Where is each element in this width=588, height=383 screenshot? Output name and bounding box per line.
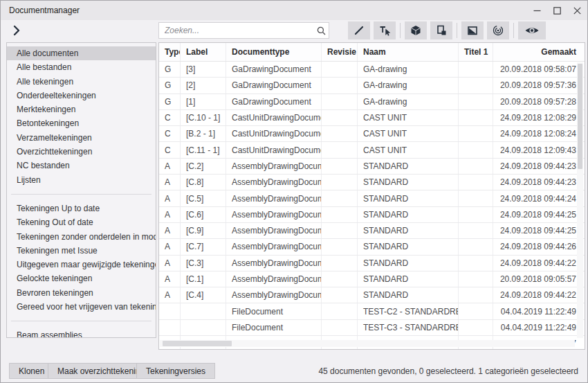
vertical-scrollbar[interactable] xyxy=(577,62,583,338)
table-cell xyxy=(159,303,181,319)
table-cell xyxy=(322,256,358,271)
table-cell: [C.3] xyxy=(181,256,226,271)
sidebar-item[interactable]: Onderdeeltekeningen xyxy=(7,89,156,103)
table-cell xyxy=(459,256,493,271)
table-cell: [C.4] xyxy=(181,287,226,303)
table-row[interactable]: A[C.7]AssemblyDrawingDocumentSTANDARD24.… xyxy=(159,239,585,255)
table-cell: STANDARD xyxy=(358,223,459,238)
maximize-button[interactable] xyxy=(547,1,567,20)
radar-button[interactable] xyxy=(487,21,509,39)
sidebar-item[interactable]: Overzichttekeningen xyxy=(7,145,156,159)
table-row[interactable]: A[C.9]AssemblyDrawingDocumentSTANDARD24.… xyxy=(159,223,585,239)
table-row[interactable]: FileDocumentTEST-C3 - STANDARDREVD.dwg04… xyxy=(159,320,585,336)
table-row[interactable]: A[C.8]AssemblyDrawingDocumentSTANDARD24.… xyxy=(159,175,585,190)
table-cell: 24.09.2018 09:44:26 xyxy=(493,239,585,254)
column-header-label: Type xyxy=(165,47,181,57)
select-cursor-button[interactable] xyxy=(374,21,396,39)
snapshot-icon xyxy=(466,24,479,37)
table-row[interactable]: G[2]GaDrawingDocumentGA-drawing20.09.201… xyxy=(159,78,585,93)
sidebar-item[interactable]: Betontekeningen xyxy=(7,116,156,130)
chevron-right-icon[interactable] xyxy=(10,24,24,37)
drawing-versions-button[interactable]: Tekeningversies xyxy=(136,363,215,379)
table-cell: G xyxy=(159,94,181,109)
table-row[interactable]: A[C.5]AssemblyDrawingDocumentSTANDARD24.… xyxy=(159,190,585,206)
table-cell: [C.5] xyxy=(181,190,226,206)
table-cell: A xyxy=(159,175,181,190)
table-row[interactable]: C[B.2 - 1]CastUnitDrawingDocumentCAST UN… xyxy=(159,126,585,142)
table-row[interactable]: A[C.3]AssemblyDrawingDocumentSTANDARD24.… xyxy=(159,256,585,271)
table-cell: CastUnitDrawingDocument xyxy=(226,126,322,141)
sidebar-item[interactable]: Lijsten xyxy=(7,173,156,187)
snapshot-button[interactable] xyxy=(461,21,484,39)
table-cell: 24.09.2018 12:08:29 xyxy=(493,110,585,125)
table-cell: G xyxy=(159,62,181,77)
sidebar-item[interactable]: Alle bestanden xyxy=(7,60,156,74)
sidebar-item[interactable]: Merktekeningen xyxy=(7,103,156,116)
sidebar-item[interactable]: Tekening Out of date xyxy=(7,215,156,229)
table-cell: [3] xyxy=(181,62,226,77)
search-input[interactable] xyxy=(159,26,313,35)
close-button[interactable] xyxy=(567,1,587,20)
sidebar-item[interactable]: Gelockte tekeningen xyxy=(7,271,156,285)
table-row[interactable]: A[C.6]AssemblyDrawingDocumentSTANDARD24.… xyxy=(159,207,585,223)
column-header[interactable]: Documenttype xyxy=(226,43,322,61)
table-cell: [C.9] xyxy=(181,223,226,238)
column-header[interactable]: Gemaakt xyxy=(493,43,585,61)
pencil-button[interactable] xyxy=(348,21,370,39)
table-cell: FileDocument xyxy=(226,303,322,319)
sidebar-item[interactable]: Alle tekeningen xyxy=(7,75,156,89)
column-header[interactable]: Revisie xyxy=(322,43,358,61)
sidebar-item[interactable]: Uitgegeven maar gewijzigde tekeningen xyxy=(7,258,156,271)
sidebar-item[interactable]: Tekeningen met Issue xyxy=(7,244,156,258)
sidebar-item[interactable]: Tekeningen Up to date xyxy=(7,202,156,215)
table-row[interactable]: C[C.11 - 1]CastUnitDrawingDocumentCAST U… xyxy=(159,142,585,158)
table-cell: STANDARD xyxy=(358,239,459,254)
table-cell xyxy=(181,303,226,319)
sidebar-item[interactable]: Verzameltekeningen xyxy=(7,131,156,145)
sidebar-item[interactable]: Bevroren tekeningen xyxy=(7,286,156,300)
table-cell: C xyxy=(159,110,181,125)
sidebar-item[interactable]: NC bestanden xyxy=(7,159,156,172)
column-header[interactable]: Type▼ xyxy=(159,43,181,61)
horizontal-scrollbar-thumb[interactable] xyxy=(163,341,232,346)
column-header[interactable]: Label xyxy=(181,43,226,61)
table-cell xyxy=(459,126,493,141)
table-cell: C xyxy=(159,126,181,141)
sidebar-item[interactable]: Beam assemblies xyxy=(7,328,156,338)
table-cell xyxy=(322,62,358,77)
table-cell: AssemblyDrawingDocument xyxy=(226,271,322,287)
cube-button[interactable] xyxy=(405,21,427,39)
table-row[interactable]: A[C.2]AssemblyDrawingDocumentSTANDARD24.… xyxy=(159,159,585,175)
table-row[interactable]: C[C.10 - 1]CastUnitDrawingDocumentCAST U… xyxy=(159,110,585,126)
titlebar[interactable]: Documentmanager xyxy=(1,1,587,20)
table-cell: AssemblyDrawingDocument xyxy=(226,190,322,206)
vertical-scrollbar-thumb[interactable] xyxy=(578,64,582,169)
table-cell xyxy=(322,223,358,238)
column-header[interactable]: Titel 1 xyxy=(459,43,493,61)
table-cell: A xyxy=(159,287,181,303)
column-header-label: Revisie xyxy=(327,47,356,57)
sidebar-item[interactable]: Gereed voor het vrijgeven van tekeningen xyxy=(7,300,156,314)
table-row[interactable]: A[C.4]AssemblyDrawingDocumentSTANDARD24.… xyxy=(159,287,585,303)
table-row[interactable]: G[1]GaDrawingDocumentGA-drawing20.09.201… xyxy=(159,94,585,110)
visibility-button[interactable] xyxy=(518,21,546,39)
table-row[interactable]: FileDocumentTEST-C2 - STANDARDREVD.dwg04… xyxy=(159,303,585,319)
sidebar-item[interactable]: Tekeningen zonder onderdelen in model xyxy=(7,230,156,244)
table-cell xyxy=(322,271,358,287)
copy-documents-button[interactable] xyxy=(430,21,452,39)
table-cell xyxy=(459,175,493,190)
sidebar-item[interactable]: Alle documenten xyxy=(7,46,156,60)
table-cell xyxy=(459,159,493,174)
horizontal-scrollbar[interactable] xyxy=(160,340,575,347)
minimize-button[interactable] xyxy=(527,1,547,20)
column-header-label: Documenttype xyxy=(232,47,289,57)
visibility-eye-icon xyxy=(524,25,540,36)
table-row[interactable]: A[C.1]AssemblyDrawingDocumentSTANDARD20.… xyxy=(159,271,585,287)
search-box xyxy=(158,22,329,39)
table-cell xyxy=(459,78,493,93)
column-header[interactable]: Naam xyxy=(358,43,459,61)
close-icon xyxy=(573,7,581,15)
search-icon[interactable] xyxy=(313,26,329,36)
table-cell: TEST-C3 - STANDARDREVD.dwg xyxy=(358,320,459,335)
table-row[interactable]: G[3]GaDrawingDocumentGA-drawing20.09.201… xyxy=(159,62,585,78)
